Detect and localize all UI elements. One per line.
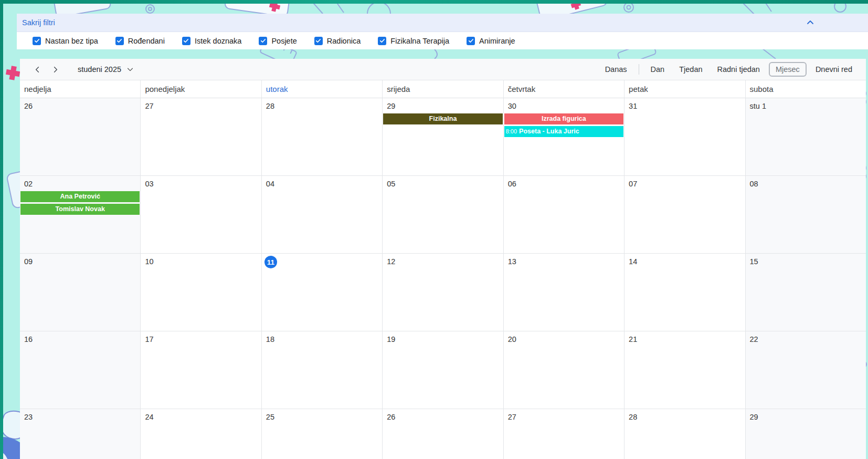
filter-item-rođendani[interactable]: Rođendani <box>115 37 165 45</box>
date-label: 15 <box>746 254 866 269</box>
filter-item-nastan-bez-tipa[interactable]: Nastan bez tipa <box>33 37 98 45</box>
day-cell[interactable]: 28 <box>261 98 382 176</box>
day-cell[interactable]: 24 <box>140 409 261 459</box>
day-cell[interactable]: 25 <box>261 409 382 459</box>
date-label: 30 <box>504 98 624 113</box>
chevron-right-icon <box>51 66 59 74</box>
filter-label: Nastan bez tipa <box>45 37 98 45</box>
month-selector[interactable]: studeni 2025 <box>78 65 134 74</box>
view-button-mjesec[interactable]: Mjesec <box>769 62 807 77</box>
day-cell[interactable]: 18 <box>261 331 382 409</box>
date-label: 09 <box>20 254 140 269</box>
day-cell[interactable]: 14 <box>624 254 745 331</box>
day-cell[interactable]: 29Fizikalna <box>382 98 503 176</box>
filter-item-radionica[interactable]: Radionica <box>314 37 361 45</box>
checkbox-checked-icon[interactable] <box>378 37 386 45</box>
day-cell[interactable]: 26 <box>382 409 503 459</box>
week-row: 26272829Fizikalna30Izrada figurica8:00Po… <box>20 98 866 176</box>
day-cell[interactable]: 22 <box>745 331 866 409</box>
event-bar[interactable]: Izrada figurica <box>504 113 623 124</box>
day-cell[interactable]: 11 <box>261 254 382 331</box>
view-switcher: DanasDanTjedanRadni tjedanMjesecDnevni r… <box>598 62 866 77</box>
date-label: 27 <box>141 98 261 113</box>
date-label: 17 <box>141 331 261 347</box>
date-label: stu 1 <box>746 98 866 113</box>
day-cell[interactable]: 19 <box>382 331 503 409</box>
event-bar[interactable]: Fizikalna <box>383 113 502 124</box>
filter-item-posjete[interactable]: Posjete <box>259 37 297 45</box>
day-cell[interactable]: 05 <box>382 176 503 254</box>
prev-month-button[interactable] <box>28 61 46 77</box>
date-label: 08 <box>746 176 866 191</box>
day-cell[interactable]: 26 <box>20 98 140 176</box>
day-cell[interactable]: 31 <box>624 98 745 176</box>
day-cell[interactable]: 07 <box>624 176 745 254</box>
filter-label: Radionica <box>327 37 361 45</box>
month-title: studeni 2025 <box>78 65 121 74</box>
day-cell[interactable]: 29 <box>745 409 866 459</box>
day-cell[interactable]: stu 1 <box>745 98 866 176</box>
week-row: 16171819202122 <box>20 331 866 409</box>
event-title: Tomislav Novak <box>56 205 105 213</box>
filter-list: Nastan bez tipaRođendaniIstek doznakaPos… <box>17 32 868 49</box>
toolbar-separator <box>639 64 639 75</box>
calendar-grid: 26272829Fizikalna30Izrada figurica8:00Po… <box>20 98 866 459</box>
next-month-button[interactable] <box>46 61 64 77</box>
chevron-up-icon[interactable] <box>806 18 814 27</box>
date-label: 24 <box>141 409 261 424</box>
day-cell[interactable]: 21 <box>624 331 745 409</box>
date-label: 22 <box>746 331 866 347</box>
day-cell[interactable]: 04 <box>261 176 382 254</box>
checkbox-checked-icon[interactable] <box>259 37 267 45</box>
day-cell[interactable]: 30Izrada figurica8:00Poseta - Luka Juric <box>503 98 624 176</box>
left-accent-bar <box>0 0 3 459</box>
date-label: 13 <box>504 254 624 269</box>
event-title: Fizikalna <box>429 115 457 122</box>
checkbox-checked-icon[interactable] <box>314 37 323 45</box>
day-cell[interactable]: 28 <box>624 409 745 459</box>
event-bar[interactable]: Tomislav Novak <box>20 204 140 215</box>
hide-filters-link[interactable]: Sakrij filtri <box>22 18 55 27</box>
day-cell[interactable]: 23 <box>20 409 140 459</box>
date-label: 28 <box>262 98 382 113</box>
day-cell[interactable]: 10 <box>140 254 261 331</box>
filter-label: Istek doznaka <box>195 37 241 45</box>
day-cell[interactable]: 16 <box>20 331 140 409</box>
event-bar[interactable]: 8:00Poseta - Luka Juric <box>504 126 623 137</box>
date-label: 14 <box>624 254 745 269</box>
day-cell[interactable]: 27 <box>140 98 261 176</box>
day-cell[interactable]: 08 <box>745 176 866 254</box>
day-cell[interactable]: 15 <box>745 254 866 331</box>
date-label: 10 <box>141 254 261 269</box>
day-cell[interactable]: 17 <box>140 331 261 409</box>
date-label: 12 <box>383 254 503 269</box>
calendar-panel: studeni 2025 DanasDanTjedanRadni tjedanM… <box>20 59 866 459</box>
day-cell[interactable]: 09 <box>20 254 140 331</box>
day-cell[interactable]: 06 <box>503 176 624 254</box>
day-header-četvrtak: četvrtak <box>503 80 624 98</box>
event-title: Izrada figurica <box>542 115 586 122</box>
day-header-subota: subota <box>745 80 866 98</box>
event-time: 8:00 <box>506 128 517 134</box>
day-cell[interactable]: 13 <box>503 254 624 331</box>
day-cell[interactable]: 27 <box>503 409 624 459</box>
filter-item-fizikalna-terapija[interactable]: Fizikalna Terapija <box>378 37 449 45</box>
day-cell[interactable]: 03 <box>140 176 261 254</box>
checkbox-checked-icon[interactable] <box>182 37 190 45</box>
date-label: 07 <box>624 176 745 191</box>
checkbox-checked-icon[interactable] <box>33 37 41 45</box>
filter-panel-header: Sakrij filtri <box>17 14 868 32</box>
filter-item-animiranje[interactable]: Animiranje <box>467 37 515 45</box>
checkbox-checked-icon[interactable] <box>467 37 475 45</box>
day-cell[interactable]: 12 <box>382 254 503 331</box>
view-button-danas[interactable]: Danas <box>598 62 634 76</box>
event-bar[interactable]: Ana Petrović <box>20 191 140 202</box>
view-button-dnevni-red[interactable]: Dnevni red <box>808 62 860 76</box>
day-cell[interactable]: 20 <box>503 331 624 409</box>
view-button-radni-tjedan[interactable]: Radni tjedan <box>710 62 767 76</box>
day-cell[interactable]: 02Ana PetrovićTomislav Novak <box>20 176 140 254</box>
view-button-dan[interactable]: Dan <box>643 62 672 76</box>
view-button-tjedan[interactable]: Tjedan <box>672 62 710 76</box>
filter-item-istek-doznaka[interactable]: Istek doznaka <box>182 37 241 45</box>
checkbox-checked-icon[interactable] <box>115 37 124 45</box>
